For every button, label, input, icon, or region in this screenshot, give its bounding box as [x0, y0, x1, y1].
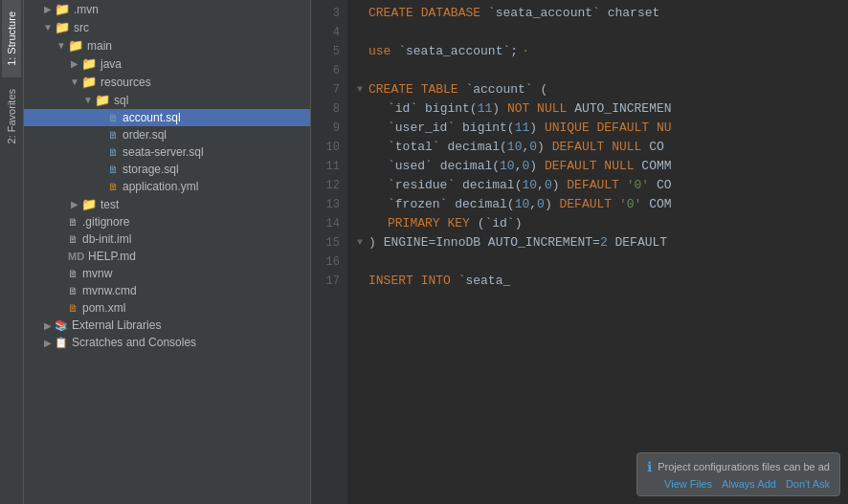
tree-item-main[interactable]: ▼ 📁 main	[24, 36, 310, 55]
tree-item-mvnw[interactable]: 🗎 mvnw	[24, 265, 310, 282]
side-tabs: 1: Structure 2: Favorites	[0, 0, 24, 504]
kw-default: DEFAULT	[597, 119, 650, 138]
kw-null2: NULL	[612, 138, 641, 157]
code-line-12: `residue` decimal(10,0) DEFAULT '0' CO	[357, 176, 848, 195]
code-line-17: INSERT INTO `seata_	[357, 272, 848, 291]
code-line-6	[357, 61, 848, 80]
comm: COMM	[641, 157, 671, 176]
tree-item-mvn[interactable]: ▶ 📁 .mvn	[24, 0, 310, 18]
tree-label: java	[100, 57, 122, 71]
db-name: `seata_account`	[488, 4, 600, 23]
line-num-11: 11	[311, 157, 340, 176]
tree-label: seata-server.sql	[123, 145, 204, 159]
table-seata: `seata_	[458, 272, 511, 291]
structure-tab[interactable]: 1: Structure	[2, 0, 21, 77]
tree-label: test	[100, 198, 119, 211]
tree-label: db-init.iml	[82, 232, 131, 246]
tree-item-gitignore[interactable]: 🗎 .gitignore	[24, 213, 310, 230]
file-tree-panel: 1: Structure 2: Favorites ▶ 📁 .mvn ▼ 📁 s…	[0, 0, 311, 504]
type-bigint: bigint(	[425, 99, 478, 119]
col-userid: `user_id`	[388, 119, 455, 138]
line-num-10: 10	[311, 138, 340, 157]
paren-c: )	[492, 99, 500, 119]
kw-default2: DEFAULT	[552, 138, 605, 157]
favorites-tab[interactable]: 2: Favorites	[2, 77, 21, 155]
paren-c5: )	[552, 176, 560, 195]
tree-item-db-init-iml[interactable]: 🗎 db-init.iml	[24, 230, 310, 248]
code-line-10: `total` decimal(10,0) DEFAULT NULL CO	[357, 138, 848, 157]
paren-c4: )	[529, 157, 537, 176]
default-w: DEFAULT	[615, 233, 668, 252]
dont-ask-button[interactable]: Don't Ask	[786, 478, 830, 490]
num-10c: 10	[522, 176, 537, 195]
num-11: 11	[478, 99, 493, 119]
tree-item-help-md[interactable]: MD HELP.md	[24, 248, 310, 265]
tree-label: External Libraries	[72, 318, 161, 332]
keyword-table: TABLE	[421, 80, 458, 99]
co2: CO	[657, 176, 672, 195]
paren-c6: )	[545, 195, 552, 214]
tree-item-order-sql[interactable]: 🗎 order.sql	[24, 126, 310, 143]
notification-bar: ℹ Project configurations files can be ad…	[636, 452, 840, 496]
always-add-button[interactable]: Always Add	[722, 478, 776, 490]
line-num-16: 16	[311, 252, 340, 272]
code-line-11: `used` decimal(10,0) DEFAULT NULL COMM	[357, 157, 848, 176]
tree-item-java[interactable]: ▶ 📁 java	[24, 55, 310, 73]
view-files-button[interactable]: View Files	[664, 478, 712, 490]
info-icon: ℹ	[647, 459, 652, 474]
tree-item-resources[interactable]: ▼ 📁 resources	[24, 73, 310, 91]
notification-message: Project configurations files can be ad	[658, 461, 830, 472]
tree-item-pom-xml[interactable]: 🗎 pom.xml	[24, 299, 310, 317]
engine: ENGINE=InnoDB	[384, 233, 480, 252]
tree-label: account.sql	[123, 111, 181, 124]
num-10b: 10	[500, 157, 515, 176]
tree-label: mvnw	[82, 267, 112, 280]
tree-label: .mvn	[74, 3, 99, 16]
tree-item-seata-server-sql[interactable]: 🗎 seata-server.sql	[24, 143, 310, 161]
fold-arrow-15[interactable]: ▼	[357, 233, 368, 252]
tree-label: mvnw.cmd	[82, 284, 137, 297]
num-10d: 10	[515, 195, 530, 214]
tree-item-external-libraries[interactable]: ▶ 📚 External Libraries	[24, 317, 310, 334]
charset: charset	[608, 4, 660, 23]
kw-null: NULL	[537, 99, 567, 119]
line-num-4: 4	[311, 23, 340, 42]
tree-label: application.yml	[123, 180, 198, 193]
tree-label: resources	[100, 76, 151, 89]
tree-item-sql[interactable]: ▼ 📁 sql	[24, 91, 310, 109]
code-editor[interactable]: CREATE DATABASE `seata_account` charset …	[347, 0, 848, 504]
tree-item-mvnw-cmd[interactable]: 🗎 mvnw.cmd	[24, 282, 310, 299]
tree-item-application-yml[interactable]: 🗎 application.yml	[24, 178, 310, 195]
num-0b: 0	[522, 157, 529, 176]
paren-c2: )	[529, 119, 537, 138]
line-num-3: 3	[311, 4, 340, 23]
paren-c3: )	[537, 138, 545, 157]
comma-0: ,	[522, 138, 529, 157]
tree-label: main	[87, 39, 112, 53]
code-line-13: `frozen` decimal(10,0) DEFAULT '0' COM	[357, 195, 848, 214]
kw-null3: NULL	[604, 157, 634, 176]
col-residue: `residue`	[388, 176, 455, 195]
tree-item-test[interactable]: ▶ 📁 test	[24, 195, 310, 213]
table-name: `account`	[465, 80, 532, 99]
fold-arrow-7[interactable]: ▼	[357, 80, 368, 99]
code-line-8: `id` bigint(11) NOT NULL AUTO_INCREMEN	[357, 99, 848, 119]
line-num-8: 8	[311, 99, 340, 119]
tree-item-storage-sql[interactable]: 🗎 storage.sql	[24, 161, 310, 178]
kw-default4: DEFAULT	[567, 176, 619, 195]
tree-item-src[interactable]: ▼ 📁 src	[24, 18, 310, 36]
tree-item-account-sql[interactable]: 🗎 account.sql	[24, 109, 310, 126]
num-10: 10	[507, 138, 523, 157]
keyword-use: use	[368, 42, 391, 61]
pk-col: (`id`)	[478, 214, 523, 233]
col-used: `used`	[388, 157, 433, 176]
paren-open: (	[540, 80, 547, 99]
kw-insert: INSERT	[368, 272, 413, 291]
editor-content[interactable]: 3 4 5 6 7 8 9 10 11 12 13 14 15 16 17 CR…	[311, 0, 848, 504]
col-frozen: `frozen`	[388, 195, 447, 214]
tree-label: .gitignore	[82, 215, 129, 229]
keyword-create: CREATE	[368, 4, 413, 23]
co3: COM	[649, 195, 671, 214]
tree-label: sql	[114, 94, 128, 107]
tree-item-scratches[interactable]: ▶ 📋 Scratches and Consoles	[24, 334, 310, 351]
